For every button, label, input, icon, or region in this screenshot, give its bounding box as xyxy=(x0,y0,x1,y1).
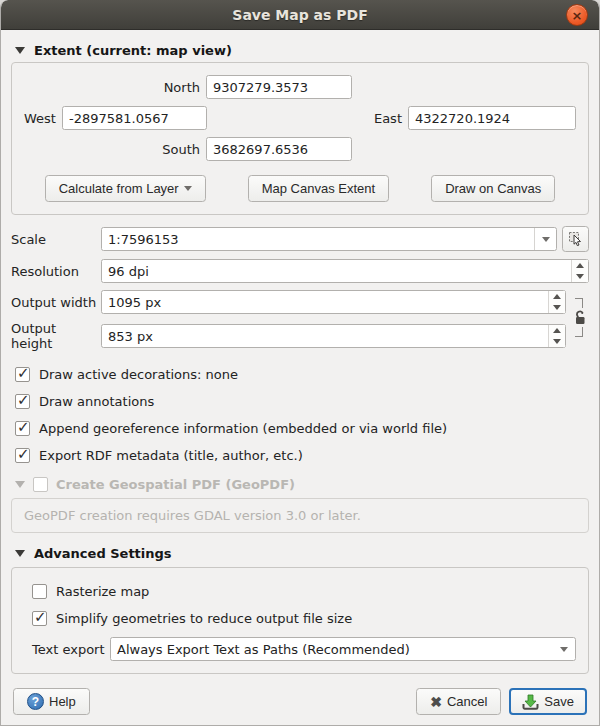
output-width-spinbox[interactable] xyxy=(101,290,566,314)
extent-section-header[interactable]: Extent (current: map view) xyxy=(15,43,589,58)
resolution-label: Resolution xyxy=(11,264,101,279)
north-label: North xyxy=(24,80,206,95)
extent-west-east-row: West East xyxy=(24,106,576,130)
cancel-icon: ✖ xyxy=(430,695,442,709)
rasterize-map-label: Rasterize map xyxy=(56,584,149,599)
east-label: East xyxy=(374,111,408,126)
check-icon: ✓ xyxy=(17,391,30,409)
west-label: West xyxy=(24,111,62,126)
check-icon: ✓ xyxy=(34,608,47,626)
output-width-input[interactable] xyxy=(101,290,566,314)
spin-up-button[interactable] xyxy=(549,291,565,302)
east-input[interactable] xyxy=(408,106,576,130)
append-georeference-label: Append georeference information (embedde… xyxy=(39,421,447,436)
resolution-row: Resolution xyxy=(11,259,589,283)
close-icon: × xyxy=(572,9,583,22)
output-height-row: Output height xyxy=(11,321,566,351)
west-input[interactable] xyxy=(62,106,207,130)
export-rdf-metadata-checkbox-row[interactable]: ✓ Export RDF metadata (title, author, et… xyxy=(15,448,589,463)
output-height-input[interactable] xyxy=(101,324,566,348)
text-export-combobox[interactable]: Always Export Text as Paths (Recommended… xyxy=(110,637,576,661)
south-input[interactable] xyxy=(206,137,352,161)
text-export-dropdown-button[interactable] xyxy=(553,638,575,660)
checkbox-checked: ✓ xyxy=(15,394,30,409)
aspect-ratio-lock xyxy=(571,283,589,351)
chevron-down-icon xyxy=(542,237,550,242)
extent-south-row: South xyxy=(24,137,576,161)
cancel-button[interactable]: ✖ Cancel xyxy=(416,688,501,715)
checkbox-checked: ✓ xyxy=(32,611,47,626)
extent-header-label: Extent (current: map view) xyxy=(34,43,232,58)
spin-up-button[interactable] xyxy=(572,260,588,271)
north-input[interactable] xyxy=(206,75,352,99)
checkbox-checked: ✓ xyxy=(15,448,30,463)
scale-row: Scale 1:7596153 xyxy=(11,226,589,252)
set-scale-from-canvas-button[interactable] xyxy=(562,226,589,252)
scale-dropdown-button[interactable] xyxy=(534,228,556,250)
rasterize-map-checkbox-row[interactable]: Rasterize map xyxy=(32,584,576,599)
output-width-label: Output width xyxy=(11,295,101,310)
simplify-geometries-checkbox-row[interactable]: ✓ Simplify geometries to reduce output f… xyxy=(32,611,576,626)
advanced-settings-label: Advanced Settings xyxy=(34,546,172,561)
geopdf-groupbox: GeoPDF creation requires GDAL version 3.… xyxy=(11,498,589,533)
map-canvas-extent-label: Map Canvas Extent xyxy=(262,181,375,196)
cancel-label: Cancel xyxy=(447,694,487,709)
dialog-body: Extent (current: map view) North West Ea… xyxy=(1,30,599,725)
simplify-geometries-label: Simplify geometries to reduce output fil… xyxy=(56,611,352,626)
help-label: Help xyxy=(49,694,76,709)
draw-decorations-checkbox-row[interactable]: ✓ Draw active decorations: none xyxy=(15,367,589,382)
save-label: Save xyxy=(544,694,574,709)
spin-down-button[interactable] xyxy=(549,302,565,313)
dialog-footer: ? Help ✖ Cancel Save xyxy=(11,688,589,715)
calculate-from-layer-button[interactable]: Calculate from Layer xyxy=(45,175,206,202)
spin-up-button[interactable] xyxy=(549,325,565,336)
spin-down-button[interactable] xyxy=(549,336,565,347)
advanced-settings-header[interactable]: Advanced Settings xyxy=(15,546,589,561)
export-rdf-metadata-label: Export RDF metadata (title, author, etc.… xyxy=(39,448,303,463)
window-title: Save Map as PDF xyxy=(232,7,367,23)
help-button[interactable]: ? Help xyxy=(13,688,90,715)
text-export-row: Text export Always Export Text as Paths … xyxy=(32,637,576,661)
extent-buttons-row: Calculate from Layer Map Canvas Extent D… xyxy=(24,175,576,202)
check-icon: ✓ xyxy=(17,364,30,382)
output-height-spin-buttons xyxy=(548,325,565,347)
help-icon: ? xyxy=(27,693,44,710)
draw-annotations-label: Draw annotations xyxy=(39,394,154,409)
output-height-spinbox[interactable] xyxy=(101,324,566,348)
map-canvas-extent-button[interactable]: Map Canvas Extent xyxy=(248,175,389,202)
close-button[interactable]: × xyxy=(566,4,588,26)
output-width-row: Output width xyxy=(11,290,566,314)
resolution-spinbox[interactable] xyxy=(101,259,589,283)
extent-groupbox: North West East South Calculate from Lay… xyxy=(11,62,589,215)
append-georeference-checkbox-row[interactable]: ✓ Append georeference information (embed… xyxy=(15,421,589,436)
collapse-arrow-icon xyxy=(15,481,25,488)
text-export-label: Text export xyxy=(32,642,110,657)
scale-combobox[interactable]: 1:7596153 xyxy=(101,227,557,251)
geopdf-header-label: Create Geospatial PDF (GeoPDF) xyxy=(56,477,295,492)
geopdf-section-header: Create Geospatial PDF (GeoPDF) xyxy=(15,477,589,492)
calculate-from-layer-label: Calculate from Layer xyxy=(59,181,179,196)
checkbox-checked: ✓ xyxy=(15,421,30,436)
save-button[interactable]: Save xyxy=(509,688,587,715)
open-lock-icon[interactable] xyxy=(573,310,587,325)
spin-down-button[interactable] xyxy=(572,271,588,282)
collapse-arrow-icon xyxy=(15,550,25,557)
draw-on-canvas-button[interactable]: Draw on Canvas xyxy=(431,175,555,202)
draw-on-canvas-label: Draw on Canvas xyxy=(445,181,541,196)
chevron-down-icon xyxy=(184,186,192,191)
save-map-as-pdf-dialog: Save Map as PDF × Extent (current: map v… xyxy=(0,0,600,726)
titlebar[interactable]: Save Map as PDF × xyxy=(1,0,599,30)
scale-label: Scale xyxy=(11,232,101,247)
check-icon: ✓ xyxy=(17,445,30,463)
extent-north-row: North xyxy=(24,75,576,99)
link-bracket-top xyxy=(575,298,583,308)
collapse-arrow-icon xyxy=(15,47,25,54)
checkbox-checked: ✓ xyxy=(15,367,30,382)
south-label: South xyxy=(24,142,206,157)
resolution-input[interactable] xyxy=(101,259,589,283)
check-icon: ✓ xyxy=(17,418,30,436)
scale-value: 1:7596153 xyxy=(108,232,179,247)
draw-annotations-checkbox-row[interactable]: ✓ Draw annotations xyxy=(15,394,589,409)
map-cursor-icon xyxy=(568,231,584,247)
checkbox-unchecked xyxy=(32,584,47,599)
